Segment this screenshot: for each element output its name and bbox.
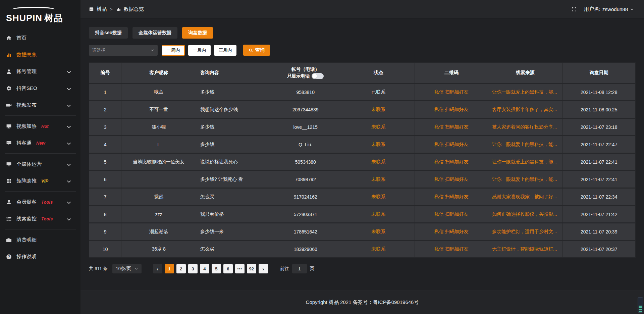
sidebar-item-label: 抖客通 <box>16 140 32 146</box>
cell-account: 183929060 <box>269 241 342 258</box>
sidebar-item-grid[interactable]: 矩阵助推VIP <box>0 172 80 189</box>
cell-source[interactable]: 让你一眼就爱上的黑科技，能... <box>488 153 562 171</box>
username-label: 用户名: <box>584 6 600 12</box>
cell-no: 5 <box>89 153 121 171</box>
sidebar-item-wallet[interactable]: 消费明细 <box>0 231 80 248</box>
pagination-total: 共 911 条 <box>89 266 108 272</box>
sidebar-item-monitor[interactable]: 全媒体运营 <box>0 156 80 172</box>
content: 抖音seo数据全媒体运营数据询盘数据 请选择 一周内一月内三月内 查询 <box>80 19 644 291</box>
goto-page-input[interactable] <box>292 264 307 273</box>
page-button-92[interactable]: 92 <box>247 264 256 273</box>
tab-2[interactable]: 询盘数据 <box>182 27 213 39</box>
table-row: 5当地比较能吃的一位美女说说价格让我死心50534380未联系私信 扫码加好友让… <box>89 153 636 171</box>
page-button-5[interactable]: 5 <box>212 264 221 273</box>
user-menu[interactable]: 用户名: zswodun88 <box>584 6 634 12</box>
sidebar-item-video[interactable]: 视频发布 <box>0 97 80 113</box>
sidebar-badge: Hot <box>41 124 49 129</box>
sidebar-item-member[interactable]: 会员爆客Tools <box>0 194 80 210</box>
column-header-4: 状态 <box>342 63 415 84</box>
sidebar-item-chat[interactable]: 抖客通New <box>0 135 80 151</box>
cell-qrcode[interactable]: 私信 扫码加好友 <box>415 153 488 171</box>
sidebar-badge: Tools <box>41 200 53 205</box>
cell-source[interactable]: 如何正确选择投影仪，买投影... <box>488 206 562 223</box>
sidebar-menu: 首页数据总览账号管理抖音SEO视频发布视频加热Hot抖客通New全媒体运营矩阵助… <box>0 30 80 265</box>
cell-qrcode[interactable]: 私信 扫码加好友 <box>415 241 488 258</box>
floating-widget[interactable] <box>638 297 643 313</box>
cell-nickname: 哦章 <box>121 84 196 101</box>
account-select[interactable]: 请选择 <box>89 45 158 56</box>
cell-no: 6 <box>89 171 121 188</box>
chevron-down-icon <box>66 200 70 204</box>
sidebar-item-sliders[interactable]: 线索监控Tools <box>0 210 80 227</box>
cell-nickname: 36度 8 <box>121 241 196 258</box>
cell-source[interactable]: 感谢大家喜欢我家，被问了好... <box>488 188 562 206</box>
sidebar-item-user[interactable]: 账号管理 <box>0 63 80 80</box>
cell-source[interactable]: 让你一眼就爱上的黑科技，能... <box>488 84 562 101</box>
tab-1[interactable]: 全媒体运营数据 <box>132 27 177 39</box>
cell-date: 2021-11-07 22:41 <box>562 171 636 188</box>
cell-qrcode[interactable]: 私信 扫码加好友 <box>415 188 488 206</box>
sidebar-divider <box>5 229 76 229</box>
phone-only-toggle[interactable] <box>312 73 324 79</box>
cell-no: 1 <box>89 84 121 101</box>
app: SHUPIN树品 首页数据总览账号管理抖音SEO视频发布视频加热Hot抖客通Ne… <box>0 0 644 314</box>
sidebar-item-gear[interactable]: 抖音SEO <box>0 80 80 97</box>
sidebar-divider <box>5 115 76 116</box>
cell-source[interactable]: 让你一眼就爱上的黑科技，能... <box>488 171 562 188</box>
chevron-down-icon <box>66 179 70 183</box>
sidebar-item-label: 矩阵助推 <box>16 178 37 184</box>
cell-inquiry: 我只看价格 <box>196 206 269 223</box>
range-button-2[interactable]: 三月内 <box>214 45 236 56</box>
cell-inquiry: 多少钱 <box>196 84 269 101</box>
cell-inquiry: 多少钱 <box>196 118 269 136</box>
cell-qrcode[interactable]: 私信 扫码加好友 <box>415 118 488 136</box>
sidebar-item-question[interactable]: ?操作说明 <box>0 248 80 265</box>
cell-nickname <box>121 171 196 188</box>
cell-status: 未联系 <box>342 223 415 241</box>
cell-status: 未联系 <box>342 118 415 136</box>
cell-source[interactable]: 让你一眼就爱上的黑科技，能... <box>488 136 562 153</box>
breadcrumb-app[interactable]: 树品 <box>97 6 107 12</box>
sidebar-badge: New <box>36 141 45 146</box>
table-row: 2不可一世我想问这个多少钱2097344839未联系私信 扫码加好友客厅安装投影… <box>89 101 636 118</box>
sidebar-divider <box>5 153 76 154</box>
svg-text:?: ? <box>8 255 10 258</box>
sidebar-item-label: 全媒体运营 <box>16 161 42 167</box>
fullscreen-icon[interactable] <box>572 7 577 12</box>
sidebar-item-home[interactable]: 首页 <box>0 30 80 46</box>
page-button-6[interactable]: 6 <box>223 264 233 273</box>
cell-source[interactable]: 被大家追着问的客厅投影分享... <box>488 118 562 136</box>
video-icon <box>6 102 12 108</box>
cell-source[interactable]: 多功能护栏灯，适用于乡村文... <box>488 223 562 241</box>
sidebar-item-tv[interactable]: 视频加热Hot <box>0 118 80 135</box>
sidebar-item-bar-chart[interactable]: 数据总览 <box>0 46 80 63</box>
goto-label: 前往 <box>280 266 289 272</box>
page-button-4[interactable]: 4 <box>200 264 209 273</box>
cell-source[interactable]: 客厅安装投影半年多了，真实... <box>488 101 562 118</box>
search-button[interactable]: 查询 <box>243 45 270 56</box>
grid-icon <box>6 178 12 184</box>
page-button-3[interactable]: 3 <box>188 264 198 273</box>
page-size-select[interactable]: 10条/页 <box>112 264 142 273</box>
cell-qrcode[interactable]: 私信 扫码加好友 <box>415 206 488 223</box>
cell-qrcode[interactable]: 私信 扫码加好友 <box>415 171 488 188</box>
cell-qrcode[interactable]: 私信 扫码加好友 <box>415 101 488 118</box>
cell-qrcode[interactable]: 私信 扫码加好友 <box>415 136 488 153</box>
cell-source[interactable]: 无主灯设计，智能磁吸轨道灯... <box>488 241 562 258</box>
prev-page-button[interactable]: ‹ <box>153 264 162 273</box>
range-button-0[interactable]: 一周内 <box>162 45 185 56</box>
page-button-2[interactable]: 2 <box>176 264 186 273</box>
data-tabs: 抖音seo数据全媒体运营数据询盘数据 <box>89 27 636 39</box>
cell-qrcode[interactable]: 私信 扫码加好友 <box>415 84 488 101</box>
cell-date: 2021-11-08 12:28 <box>562 84 636 101</box>
gear-icon <box>6 86 12 91</box>
more-pages-button[interactable]: ••• <box>235 264 245 273</box>
page-button-1[interactable]: 1 <box>165 264 174 273</box>
logo-name-cn: 树品 <box>44 13 63 23</box>
cell-nickname: 潮起潮落 <box>121 223 196 241</box>
next-page-button[interactable]: › <box>259 264 268 273</box>
cell-qrcode[interactable]: 私信 扫码加好友 <box>415 223 488 241</box>
tab-0[interactable]: 抖音seo数据 <box>89 27 128 39</box>
monitor-icon <box>6 161 12 167</box>
range-button-1[interactable]: 一月内 <box>188 45 211 56</box>
